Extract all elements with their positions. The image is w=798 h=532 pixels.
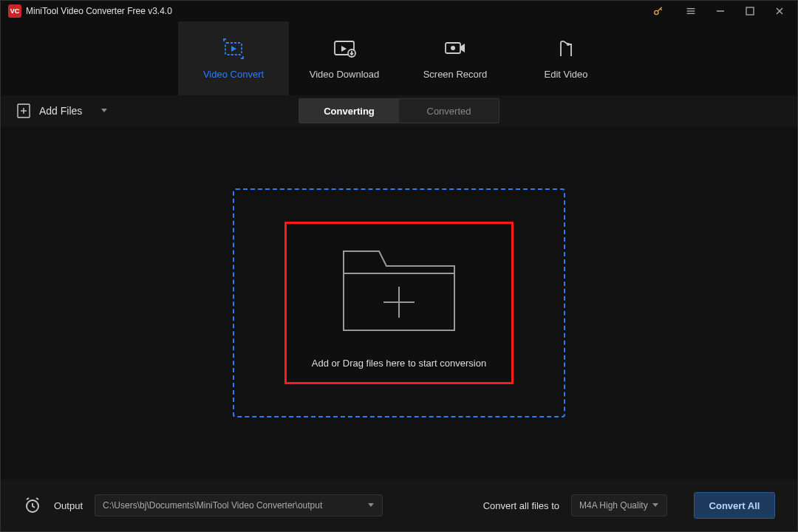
add-file-icon	[16, 103, 32, 119]
edit-icon	[553, 38, 579, 60]
drop-zone-outer: Add or Drag files here to start conversi…	[233, 188, 565, 417]
svg-marker-19	[101, 109, 107, 112]
svg-point-14	[451, 46, 455, 50]
folder-plus-icon	[336, 238, 462, 341]
record-icon	[443, 38, 468, 60]
seg-converted[interactable]: Converted	[399, 99, 499, 123]
add-files-button[interactable]: Add Files	[16, 103, 109, 119]
clock-icon[interactable]	[23, 496, 42, 515]
svg-marker-11	[341, 46, 347, 52]
close-button[interactable]	[765, 1, 794, 21]
minimize-button[interactable]	[706, 1, 735, 21]
chevron-down-icon	[652, 501, 659, 510]
content-area: Add or Drag files here to start conversi…	[1, 126, 797, 480]
drop-zone[interactable]: Add or Drag files here to start conversi…	[284, 222, 514, 384]
tab-label: Video Download	[310, 69, 379, 80]
converting-toggle: Converting Converted	[299, 98, 499, 123]
title-bar: VC MiniTool Video Converter Free v3.4.0	[1, 1, 797, 21]
convert-all-button[interactable]: Convert All	[694, 492, 775, 519]
chevron-down-icon	[100, 104, 109, 117]
tab-label: Screen Record	[423, 69, 488, 80]
window-controls	[644, 1, 794, 21]
output-label: Output	[54, 500, 83, 511]
main-tabs: Video Convert Video Download	[1, 21, 797, 95]
window-title: MiniTool Video Converter Free v3.4.0	[26, 6, 172, 16]
download-icon	[332, 38, 357, 60]
convert-icon	[221, 38, 246, 60]
tab-video-download[interactable]: Video Download	[289, 21, 400, 95]
chevron-down-icon	[367, 501, 375, 510]
svg-point-15	[567, 43, 570, 46]
format-select[interactable]: M4A High Quality	[571, 494, 667, 516]
output-path-select[interactable]: C:\Users\bj\Documents\MiniTool Video Con…	[95, 494, 383, 516]
bottom-bar: Output C:\Users\bj\Documents\MiniTool Vi…	[1, 480, 797, 531]
app-window: VC MiniTool Video Converter Free v3.4.0	[0, 0, 798, 532]
svg-point-0	[655, 10, 658, 14]
format-text: M4A High Quality	[579, 500, 649, 511]
toolbar: Add Files Converting Converted	[1, 95, 797, 126]
key-icon[interactable]	[644, 1, 673, 21]
tab-screen-record[interactable]: Screen Record	[400, 21, 511, 95]
svg-marker-25	[652, 503, 658, 507]
tab-label: Video Convert	[203, 69, 264, 80]
svg-rect-5	[746, 7, 754, 15]
svg-marker-24	[368, 503, 374, 507]
app-logo-icon: VC	[8, 4, 21, 18]
tab-edit-video[interactable]: Edit Video	[511, 21, 621, 95]
output-path-text: C:\Users\bj\Documents\MiniTool Video Con…	[103, 500, 363, 511]
add-files-label: Add Files	[39, 105, 82, 117]
seg-converting[interactable]: Converting	[299, 99, 399, 123]
tab-video-convert[interactable]: Video Convert	[178, 21, 289, 95]
maximize-button[interactable]	[735, 1, 765, 21]
drop-text: Add or Drag files here to start conversi…	[312, 358, 486, 369]
menu-icon[interactable]	[676, 1, 706, 21]
convert-all-label: Convert all files to	[483, 500, 559, 511]
tab-label: Edit Video	[544, 69, 587, 80]
svg-marker-9	[231, 46, 236, 52]
